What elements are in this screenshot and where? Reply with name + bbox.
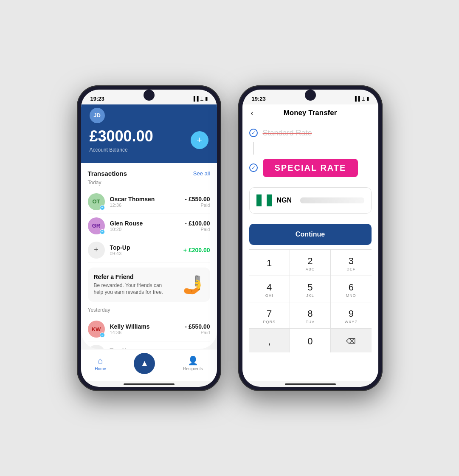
tx-avatar-kw: KW +: [88, 321, 105, 338]
refer-description: Be rewarded. Your friends can help you e…: [94, 282, 170, 296]
bottom-nav: ⌂ Home ▲ 👤 Recipients: [81, 349, 217, 381]
tx-status: Paid: [185, 227, 210, 232]
phone-1-time: 19:23: [90, 96, 104, 102]
numpad-key-0[interactable]: 0: [290, 329, 330, 352]
nav-recipients[interactable]: 👤 Recipients: [183, 355, 203, 371]
nav-home-label: Home: [95, 366, 106, 371]
tx-name: Glen Rouse: [110, 220, 180, 227]
back-button[interactable]: ‹: [249, 107, 255, 119]
refer-text: Refer a Friend Be rewarded. Your friends…: [94, 273, 170, 296]
user-avatar: JD: [90, 108, 105, 123]
phone-1: 19:23 ▐▐ ⌶ ▮ JD £3000.00 Account Balance…: [77, 85, 221, 391]
phone-1-status-icons: ▐▐ ⌶ ▮: [192, 96, 208, 101]
tx-amount-col: + £200.00: [183, 247, 210, 253]
svg-rect-1: [262, 194, 267, 206]
transaction-item[interactable]: + Top-Up 09:43 + £200.00: [88, 238, 210, 262]
phone-2-time: 19:23: [252, 96, 266, 102]
numpad-key-3[interactable]: 3 DEF: [331, 250, 371, 276]
svg-rect-2: [267, 194, 272, 206]
standard-rate-label: Standard Rate: [263, 129, 312, 138]
tx-amount-col: - £550.00 Paid: [185, 196, 210, 208]
numpad-key-9[interactable]: 9 WXYZ: [331, 302, 371, 328]
tx-avatar-gr: GR +: [88, 217, 105, 234]
continue-button[interactable]: Continue: [249, 224, 372, 245]
transaction-item[interactable]: OT + Oscar Thomsen 12:36 - £550.00 Paid: [88, 190, 210, 214]
currency-code: NGN: [277, 197, 292, 204]
transaction-item[interactable]: GR + Glen Rouse 10:20 - £100.00 Paid: [88, 214, 210, 238]
tx-time: 10:20: [110, 227, 180, 232]
tx-name: Oscar Thomsen: [110, 196, 180, 203]
tx-name: Kelly Williams: [110, 323, 180, 330]
today-label: Today: [88, 180, 210, 186]
tx-dot: +: [100, 332, 105, 338]
transactions-header: Transactions See all: [88, 170, 210, 177]
numpad-key-delete[interactable]: ⌫: [331, 329, 371, 352]
balance-amount: £3000.00: [90, 127, 153, 145]
svg-rect-0: [256, 194, 262, 206]
numpad-key-6[interactable]: 6 MNO: [331, 276, 371, 302]
tx-status: Paid: [185, 203, 210, 208]
nav-transfer-button[interactable]: ▲: [134, 353, 155, 374]
tx-avatar-topup2: +: [88, 345, 105, 349]
nav-recipients-label: Recipients: [183, 366, 203, 371]
phone-2-status-icons: ▐▐ ⌶ ▮: [353, 96, 369, 101]
transfer-title: Money Transfer: [284, 109, 337, 117]
phone-2: 19:23 ▐▐ ⌶ ▮ ‹ Money Transfer ✓ Standard…: [238, 85, 383, 391]
nav-home[interactable]: ⌂ Home: [95, 356, 106, 371]
special-rate-option[interactable]: ✓ SPECIAL RATE: [249, 155, 372, 181]
rate-divider: [253, 142, 254, 155]
refer-title: Refer a Friend: [94, 273, 170, 280]
refer-card[interactable]: Refer a Friend Be rewarded. Your friends…: [88, 268, 210, 302]
special-rate-radio[interactable]: ✓: [249, 163, 258, 172]
refer-illustration: 🤳: [182, 274, 204, 295]
tx-status: Paid: [185, 330, 210, 335]
numpad-key-7[interactable]: 7 PQRS: [249, 302, 290, 328]
tx-info-kelly: Kelly Williams 14:36: [110, 323, 180, 335]
home-icon: ⌂: [98, 356, 103, 366]
numpad-grid: 1 2 ABC 3 DEF 4 GHI: [249, 250, 372, 352]
tx-dot: +: [100, 205, 105, 210]
ngn-flag: [256, 194, 272, 206]
home-indicator-2: [285, 383, 336, 385]
tx-time: 12:36: [110, 203, 180, 208]
phone-1-header: JD £3000.00 Account Balance +: [81, 104, 217, 163]
tx-amount: - £550.00: [185, 323, 210, 330]
tx-time: 09:43: [110, 251, 178, 256]
tx-time: 14:36: [110, 330, 180, 335]
numpad-key-2[interactable]: 2 ABC: [290, 250, 330, 276]
tx-avatar-ot: OT +: [88, 193, 105, 210]
tx-info-topup: Top-Up 09:43: [110, 244, 178, 256]
recipients-icon: 👤: [188, 355, 198, 366]
transactions-title: Transactions: [88, 170, 127, 177]
delete-icon: ⌫: [346, 337, 356, 345]
tx-dot: +: [100, 229, 105, 234]
standard-rate-option[interactable]: ✓ Standard Rate: [249, 124, 372, 142]
tx-info-oscar: Oscar Thomsen 12:36: [110, 196, 180, 208]
numpad-key-4[interactable]: 4 GHI: [249, 276, 290, 302]
phone-2-notch: [305, 90, 316, 101]
see-all-link[interactable]: See all: [193, 170, 210, 177]
currency-value-display: [300, 197, 364, 203]
numpad-key-1[interactable]: 1: [249, 250, 290, 276]
check-icon-2: ✓: [251, 165, 256, 171]
add-button[interactable]: +: [191, 131, 208, 149]
yesterday-label: Yesterday: [88, 307, 210, 313]
account-label: Account Balance: [90, 147, 153, 153]
standard-rate-radio[interactable]: ✓: [249, 129, 258, 137]
numpad: 1 2 ABC 3 DEF 4 GHI: [249, 249, 372, 352]
tx-avatar-topup: +: [88, 242, 105, 259]
numpad-key-8[interactable]: 8 TUV: [290, 302, 330, 328]
tx-name: Top-Up: [110, 244, 178, 251]
transaction-item[interactable]: KW + Kelly Williams 14:36 - £550.00 Paid: [88, 317, 210, 341]
transfer-body: ✓ Standard Rate ✓ SPECIAL RATE: [242, 124, 378, 381]
transfer-header: ‹ Money Transfer: [242, 104, 378, 124]
special-rate-badge: SPECIAL RATE: [263, 159, 358, 177]
tx-amount: - £100.00: [185, 220, 210, 227]
transaction-item[interactable]: + Top-Up 10:28 + £200.00: [88, 341, 210, 349]
tx-amount-col: - £100.00 Paid: [185, 220, 210, 232]
currency-selector[interactable]: NGN: [249, 187, 372, 214]
phone-1-notch: [144, 90, 155, 101]
numpad-key-5[interactable]: 5 JKL: [290, 276, 330, 302]
tx-info-glen: Glen Rouse 10:20: [110, 220, 180, 232]
numpad-key-comma[interactable]: ,: [249, 329, 290, 352]
